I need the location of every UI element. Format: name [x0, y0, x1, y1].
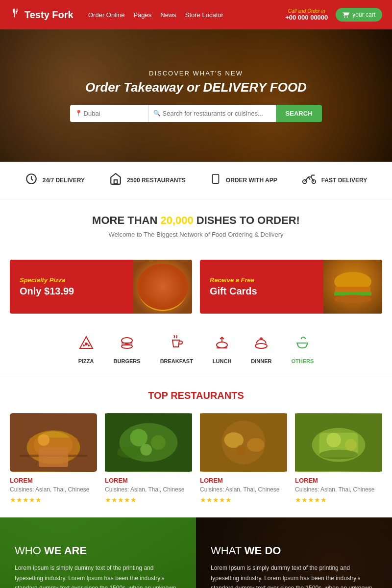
restaurant-image-1 — [10, 413, 97, 472]
category-others-label: OTHERS — [292, 358, 314, 364]
feature-delivery: 24/7 DELIVERY — [25, 172, 85, 188]
category-burgers-label: BURGERS — [114, 358, 141, 364]
category-pizza[interactable]: PIZZA — [78, 335, 94, 364]
svg-point-17 — [334, 295, 371, 303]
what-we-do-section: WHAT WE DO Lorem Ipsum is simply dummy t… — [196, 517, 392, 588]
what-we-do-title: WHAT WE DO — [211, 544, 377, 557]
restaurant-name-4: LOREM — [295, 477, 382, 484]
restaurant-image-2 — [105, 413, 192, 472]
coffee-icon — [169, 335, 184, 354]
location-pin-icon: 📍 — [75, 110, 82, 117]
svg-point-58 — [345, 439, 357, 451]
restaurant-card-2[interactable]: LOREM Cuisines: Asian, Thai, Chinese ★★★… — [105, 413, 192, 504]
category-dinner-label: DINNER — [251, 358, 271, 364]
svg-rect-41 — [20, 455, 87, 457]
svg-point-20 — [83, 344, 85, 346]
header: Testy Fork Order Online Pages News Store… — [0, 0, 392, 29]
svg-point-9 — [166, 282, 170, 286]
restaurant-food-svg-2 — [105, 413, 192, 472]
hero-title: Order Takeaway or DELIVERY FOOD — [70, 80, 322, 95]
what-title-pre: WHAT — [211, 544, 245, 557]
main-nav: Order Online Pages News Store Locator — [88, 11, 285, 19]
svg-point-31 — [255, 343, 267, 348]
svg-point-45 — [151, 435, 166, 450]
svg-point-46 — [140, 444, 152, 456]
category-others[interactable]: OTHERS — [292, 335, 314, 364]
fork-knife-icon — [10, 8, 21, 22]
promo-gift-text: Receive a Free Gift Cards — [200, 269, 323, 305]
nav-pages[interactable]: Pages — [133, 11, 151, 19]
restaurant-stars-3: ★★★★★ — [200, 496, 287, 504]
promo-banner-pizza[interactable]: Specialty Pizza Only $13.99 — [10, 260, 192, 314]
nav-news[interactable]: News — [160, 11, 176, 19]
svg-point-59 — [319, 450, 358, 460]
hero-title-normal: Order Takeaway or — [85, 80, 203, 95]
who-we-are-text: Lorem ipsum is simply dummy text of the … — [15, 563, 181, 588]
promo-gift-main: Gift Cards — [210, 286, 314, 297]
svg-point-10 — [158, 291, 162, 295]
svg-point-53 — [236, 445, 246, 455]
bottom-sections: WHO WE ARE Lorem ipsum is simply dummy t… — [0, 517, 392, 588]
restaurants-grid: LOREM Cuisines: Asian, Thai, Chinese ★★★… — [10, 413, 382, 504]
hero-title-bold: DELIVERY FOOD — [203, 80, 306, 95]
category-breakfast[interactable]: BREAKFAST — [160, 335, 193, 364]
who-title-bold: WE ARE — [44, 544, 87, 557]
restaurant-cuisines-2: Cuisines: Asian, Thai, Chinese — [105, 486, 192, 493]
clock-icon — [25, 172, 38, 188]
who-title-pre: WHO — [15, 544, 44, 557]
promo-gift-image — [323, 260, 382, 314]
dishes-section: MORE THAN 20,000 DISHES TO ORDER! Welcom… — [0, 199, 392, 260]
svg-rect-14 — [335, 287, 370, 292]
restaurant-stars-1: ★★★★★ — [10, 496, 97, 504]
category-dinner[interactable]: DINNER — [251, 335, 271, 364]
search-input[interactable] — [148, 105, 276, 122]
phone-icon — [210, 172, 221, 188]
logo-text: Testy Fork — [24, 9, 74, 21]
nav-order-online[interactable]: Order Online — [88, 11, 124, 19]
cart-icon — [343, 11, 349, 18]
svg-point-47 — [117, 446, 141, 458]
cart-button[interactable]: your cart — [336, 8, 382, 22]
feature-restaurants: 2500 RESTAURANTS — [109, 172, 186, 188]
search-button[interactable]: SEARCH — [276, 105, 322, 122]
promo-banner-gift[interactable]: Receive a Free Gift Cards — [200, 260, 382, 314]
restaurant-cuisines-3: Cuisines: Asian, Thai, Chinese — [200, 486, 287, 493]
dishes-title-post: DISHES TO ORDER! — [194, 214, 300, 226]
restaurant-name-1: LOREM — [10, 477, 97, 484]
dinner-icon — [253, 335, 269, 354]
svg-point-19 — [85, 343, 88, 345]
restaurants-section: TOP RESTAURANTS LOREM Cuisines: Asian, T… — [0, 376, 392, 517]
logo-area: Testy Fork — [10, 8, 88, 22]
what-we-do-text: Lorem Ipsum is simply dummy text of the … — [211, 563, 377, 588]
feature-app-label: ORDER WITH APP — [226, 177, 277, 184]
restaurant-card-4[interactable]: LOREM Cuisines: Asian, Thai, Chinese ★★★… — [295, 413, 382, 504]
svg-point-44 — [130, 429, 147, 446]
search-bar: 📍 🔍 SEARCH — [70, 105, 322, 122]
svg-point-57 — [326, 433, 341, 447]
nav-store-locator[interactable]: Store Locator — [185, 11, 223, 19]
search-icon: 🔍 — [153, 110, 161, 117]
bike-icon — [302, 172, 317, 188]
restaurant-image-3 — [200, 413, 287, 472]
burger-svg — [323, 260, 382, 314]
restaurants-title-pre: TOP — [148, 390, 171, 401]
restaurant-card-3[interactable]: LOREM Cuisines: Asian, Thai, Chinese ★★★… — [200, 413, 287, 504]
features-bar: 24/7 DELIVERY 2500 RESTAURANTS ORDER WIT… — [0, 162, 392, 199]
restaurant-card-1[interactable]: LOREM Cuisines: Asian, Thai, Chinese ★★★… — [10, 413, 97, 504]
restaurant-image-4 — [295, 413, 382, 472]
category-burgers[interactable]: BURGERS — [114, 335, 141, 364]
category-pizza-label: PIZZA — [78, 358, 94, 364]
category-lunch[interactable]: LUNCH — [213, 335, 232, 364]
call-label: Call and Order In — [285, 8, 328, 14]
feature-app: ORDER WITH APP — [210, 172, 277, 188]
svg-point-7 — [144, 272, 181, 306]
hero-text: DISCOVER WHAT'S NEW Order Takeaway or DE… — [70, 70, 322, 122]
restaurant-cuisines-1: Cuisines: Asian, Thai, Chinese — [10, 486, 97, 493]
bowl-icon — [294, 335, 310, 354]
restaurant-stars-4: ★★★★★ — [295, 496, 382, 504]
feature-restaurants-label: 2500 RESTAURANTS — [127, 177, 186, 184]
svg-rect-2 — [212, 174, 219, 183]
svg-point-52 — [247, 438, 265, 452]
category-breakfast-label: BREAKFAST — [160, 358, 193, 364]
svg-point-40 — [38, 434, 49, 446]
